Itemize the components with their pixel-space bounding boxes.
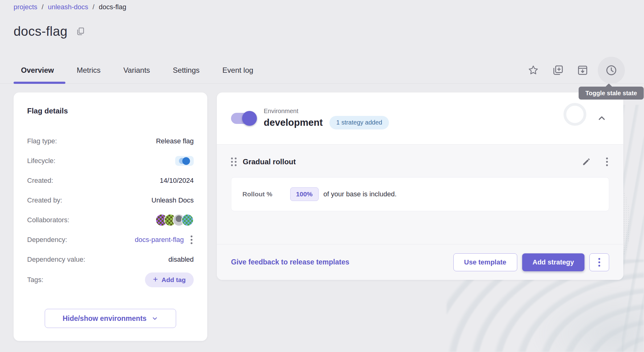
breadcrumb-separator: / bbox=[93, 3, 94, 11]
copy-icon bbox=[76, 27, 85, 36]
breadcrumb-link-unleash-docs[interactable]: unleash-docs bbox=[48, 3, 88, 11]
created-row: Created: 14/10/2024 bbox=[27, 171, 194, 190]
title-row: docs-flag bbox=[14, 24, 85, 39]
add-tag-label: Add tag bbox=[162, 276, 186, 284]
pencil-icon bbox=[581, 157, 591, 167]
environment-body: Gradual rollout bbox=[217, 144, 623, 280]
tab-event-log[interactable]: Event log bbox=[211, 57, 265, 83]
collaborator-avatar[interactable] bbox=[181, 214, 194, 226]
archive-button[interactable] bbox=[573, 61, 592, 80]
strategy-menu-button[interactable] bbox=[605, 156, 609, 167]
rollout-percentage-chip: 100% bbox=[290, 187, 319, 201]
chevron-up-icon bbox=[597, 113, 607, 123]
collaborator-avatars bbox=[155, 214, 194, 226]
toggle-knob bbox=[242, 111, 257, 126]
breadcrumb-separator: / bbox=[42, 3, 43, 11]
flag-actions-toolbar bbox=[524, 57, 625, 83]
lifecycle-row: Lifecycle: bbox=[27, 151, 194, 171]
page-title: docs-flag bbox=[14, 24, 68, 39]
dependency-value: disabled bbox=[168, 256, 194, 264]
copy-flag-name-button[interactable] bbox=[76, 27, 85, 36]
dependency-value-label: Dependency value: bbox=[27, 256, 85, 264]
chevron-down-icon bbox=[151, 315, 158, 322]
tab-settings[interactable]: Settings bbox=[161, 57, 211, 83]
edit-strategy-button[interactable] bbox=[581, 157, 591, 167]
environment-titles: Environment development 1 strategy added bbox=[264, 108, 389, 129]
dependency-row: Dependency: docs-parent-flag bbox=[27, 230, 194, 250]
environment-name: development bbox=[264, 117, 323, 128]
tab-metrics[interactable]: Metrics bbox=[65, 57, 112, 83]
breadcrumb-link-projects[interactable]: projects bbox=[14, 3, 37, 11]
dependency-value-row: Dependency value: disabled bbox=[27, 250, 194, 269]
strategy-count-badge: 1 strategy added bbox=[329, 116, 389, 129]
created-value: 14/10/2024 bbox=[160, 177, 194, 185]
dependency-label: Dependency: bbox=[27, 236, 67, 244]
lifecycle-stage-badge[interactable] bbox=[175, 156, 194, 166]
flag-details-heading: Flag details bbox=[27, 107, 194, 115]
copy-flag-button[interactable] bbox=[548, 61, 568, 80]
tooltip-toggle-stale-state: Toggle stale state bbox=[579, 87, 644, 100]
strategy-header: Gradual rollout bbox=[231, 152, 609, 172]
favorite-button[interactable] bbox=[524, 61, 543, 80]
tags-label: Tags: bbox=[27, 276, 43, 284]
environment-header: Environment development 1 strategy added bbox=[217, 92, 623, 144]
lifecycle-label: Lifecycle: bbox=[27, 157, 56, 165]
flag-details-card: Flag details Flag type: Release flag Lif… bbox=[14, 92, 207, 341]
use-template-button[interactable]: Use template bbox=[453, 253, 517, 271]
archive-icon bbox=[576, 64, 589, 76]
tabs-divider bbox=[0, 83, 644, 84]
add-tag-button[interactable]: + Add tag bbox=[145, 272, 194, 287]
kebab-menu-icon bbox=[597, 257, 601, 268]
tab-variants[interactable]: Variants bbox=[112, 57, 161, 83]
flag-details-list: Flag type: Release flag Lifecycle: Creat… bbox=[27, 131, 194, 290]
rollout-summary-card: Rollout % 100% of your base is included. bbox=[231, 177, 609, 211]
environment-footer: Give feedback to release templates Use t… bbox=[217, 244, 623, 280]
release-templates-feedback-link[interactable]: Give feedback to release templates bbox=[231, 258, 349, 266]
created-label: Created: bbox=[27, 177, 53, 185]
tab-overview[interactable]: Overview bbox=[14, 57, 65, 83]
copy-add-icon bbox=[552, 64, 564, 76]
environment-card-development: Environment development 1 strategy added bbox=[217, 92, 623, 280]
dependency-menu-button[interactable] bbox=[189, 234, 194, 245]
hide-show-environments-button[interactable]: Hide/show environments bbox=[45, 309, 176, 328]
breadcrumb: projects / unleash-docs / docs-flag bbox=[14, 3, 126, 11]
environment-label: Environment bbox=[264, 108, 389, 115]
flag-type-value: Release flag bbox=[156, 137, 194, 145]
dependency-link[interactable]: docs-parent-flag bbox=[135, 236, 184, 244]
star-icon bbox=[527, 64, 539, 76]
rollout-label: Rollout % bbox=[242, 190, 272, 198]
tooltip-text: Toggle stale state bbox=[585, 90, 637, 97]
hide-show-environments-label: Hide/show environments bbox=[63, 314, 147, 323]
add-strategy-button[interactable]: Add strategy bbox=[522, 253, 584, 271]
more-strategy-options-button[interactable] bbox=[589, 253, 609, 271]
lifecycle-stage-icon bbox=[182, 157, 190, 165]
clock-icon bbox=[605, 64, 618, 77]
flag-overview-page: projects / unleash-docs / docs-flag docs… bbox=[0, 0, 644, 352]
tags-row: Tags: + Add tag bbox=[27, 269, 194, 290]
flag-type-row: Flag type: Release flag bbox=[27, 131, 194, 151]
strategy-title: Gradual rollout bbox=[243, 158, 296, 166]
drag-handle-icon[interactable] bbox=[231, 158, 237, 166]
rollout-description: of your base is included. bbox=[324, 190, 397, 198]
health-ring bbox=[564, 103, 586, 126]
collaborators-row: Collaborators: bbox=[27, 210, 194, 230]
created-by-label: Created by: bbox=[27, 196, 62, 204]
collapse-environment-button[interactable] bbox=[592, 109, 611, 128]
created-by-row: Created by: Unleash Docs bbox=[27, 190, 194, 210]
flag-type-label: Flag type: bbox=[27, 137, 57, 145]
plus-icon: + bbox=[153, 275, 158, 284]
environment-toggle[interactable] bbox=[231, 113, 256, 124]
tab-bar: Overview Metrics Variants Settings Event… bbox=[14, 57, 265, 83]
collaborators-label: Collaborators: bbox=[27, 216, 69, 224]
toggle-stale-button[interactable] bbox=[598, 57, 625, 84]
strategy-list: Gradual rollout bbox=[217, 145, 623, 244]
breadcrumb-current: docs-flag bbox=[99, 3, 126, 11]
created-by-value: Unleash Docs bbox=[151, 196, 194, 204]
